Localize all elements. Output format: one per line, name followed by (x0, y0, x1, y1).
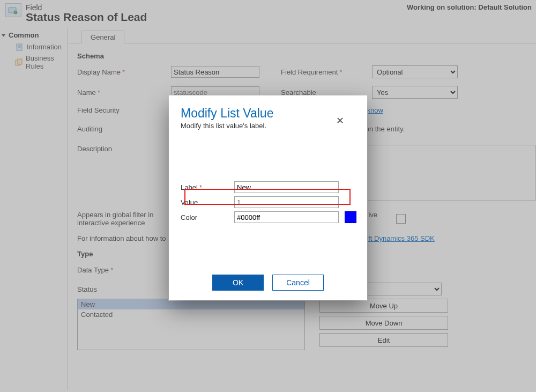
cancel-button[interactable]: Cancel (272, 275, 324, 291)
modal-value-input (234, 196, 339, 208)
modal-label-label: Label (181, 183, 234, 191)
modal-label-input[interactable] (234, 181, 339, 193)
modify-list-value-dialog: Modify List Value Modify this list value… (169, 95, 367, 300)
ok-button[interactable]: OK (212, 275, 264, 291)
color-swatch[interactable] (345, 211, 356, 223)
modal-value-label: Value (181, 198, 234, 206)
close-icon[interactable]: ✕ (334, 115, 346, 127)
modal-title: Modify List Value (181, 106, 355, 121)
modal-overlay: Modify List Value Modify this list value… (0, 0, 536, 392)
modal-subtitle: Modify this list value's label. (181, 122, 355, 130)
modal-color-input[interactable] (234, 211, 339, 223)
modal-color-label: Color (181, 213, 234, 221)
